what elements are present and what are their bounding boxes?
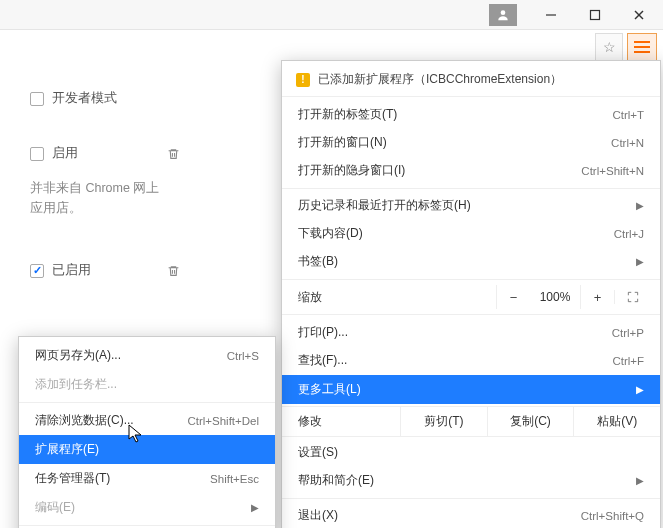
dev-mode-checkbox[interactable] bbox=[30, 92, 44, 106]
window-minimize-button[interactable] bbox=[529, 1, 573, 29]
menu-item-shortcut: Ctrl+Shift+Q bbox=[581, 510, 644, 522]
menu-item-shortcut: Ctrl+S bbox=[227, 350, 259, 362]
user-profile-badge[interactable] bbox=[489, 4, 517, 26]
extension-source-note: 并非来自 Chrome 网上应用店。 bbox=[30, 178, 170, 218]
menu-item-label: 书签(B) bbox=[298, 253, 338, 270]
menu-history[interactable]: 历史记录和最近打开的标签页(H) ▶ bbox=[282, 188, 660, 219]
menu-help[interactable]: 帮助和简介(E) ▶ bbox=[282, 467, 660, 494]
menu-edit-row: 修改 剪切(T) 复制(C) 粘贴(V) bbox=[282, 406, 660, 437]
menu-item-shortcut: Ctrl+Shift+N bbox=[581, 165, 644, 177]
fullscreen-button[interactable] bbox=[614, 290, 650, 304]
extensions-page-content: 开发者模式 启用 并非来自 Chrome 网上应用店。 已启用 bbox=[30, 90, 200, 295]
submenu-separator bbox=[19, 402, 275, 403]
star-icon: ☆ bbox=[603, 39, 616, 55]
menu-item-label: 编码(E) bbox=[35, 499, 75, 516]
delete-extension-button-2[interactable] bbox=[167, 264, 180, 278]
svg-point-0 bbox=[501, 10, 506, 15]
menu-item-label: 打开新的窗口(N) bbox=[298, 134, 387, 151]
submenu-task-manager[interactable]: 任务管理器(T) Shift+Esc bbox=[19, 464, 275, 493]
chevron-right-icon: ▶ bbox=[636, 475, 644, 486]
submenu-save-page-as[interactable]: 网页另存为(A)... Ctrl+S bbox=[19, 341, 275, 370]
zoom-out-button[interactable]: − bbox=[496, 285, 530, 309]
menu-item-shortcut: Ctrl+F bbox=[612, 355, 644, 367]
main-menu-dropdown: ! 已添加新扩展程序（ICBCChromeExtension） 打开新的标签页(… bbox=[281, 60, 661, 528]
enable-label: 启用 bbox=[52, 145, 78, 162]
minimize-icon bbox=[545, 9, 557, 21]
menu-item-label: 下载内容(D) bbox=[298, 225, 363, 242]
maximize-icon bbox=[589, 9, 601, 21]
browser-toolbar: ☆ bbox=[0, 30, 663, 64]
menu-item-label: 帮助和简介(E) bbox=[298, 472, 374, 489]
menu-bookmarks[interactable]: 书签(B) ▶ bbox=[282, 248, 660, 275]
trash-icon bbox=[167, 147, 180, 161]
hamburger-icon bbox=[634, 40, 650, 55]
menu-paste[interactable]: 粘贴(V) bbox=[574, 407, 660, 436]
menu-item-label: 打印(P)... bbox=[298, 324, 348, 341]
menu-item-label: 历史记录和最近打开的标签页(H) bbox=[298, 197, 471, 214]
close-icon bbox=[633, 9, 645, 21]
menu-item-label: 退出(X) bbox=[298, 507, 338, 524]
chevron-right-icon: ▶ bbox=[251, 502, 259, 513]
more-tools-submenu: 网页另存为(A)... Ctrl+S 添加到任务栏... 清除浏览数据(C)..… bbox=[18, 336, 276, 528]
menu-item-shortcut: Ctrl+P bbox=[612, 327, 644, 339]
dev-mode-label: 开发者模式 bbox=[52, 90, 117, 107]
window-close-button[interactable] bbox=[617, 1, 661, 29]
menu-item-shortcut: Ctrl+J bbox=[614, 228, 644, 240]
menu-copy[interactable]: 复制(C) bbox=[488, 407, 575, 436]
submenu-extensions[interactable]: 扩展程序(E) bbox=[19, 435, 275, 464]
enabled-label: 已启用 bbox=[52, 262, 91, 279]
menu-settings[interactable]: 设置(S) bbox=[282, 439, 660, 466]
menu-item-label: 设置(S) bbox=[298, 444, 338, 461]
menu-cut[interactable]: 剪切(T) bbox=[401, 407, 488, 436]
menu-item-label: 打开新的标签页(T) bbox=[298, 106, 397, 123]
zoom-in-button[interactable]: + bbox=[580, 285, 614, 309]
fullscreen-icon bbox=[626, 290, 640, 304]
menu-exit[interactable]: 退出(X) Ctrl+Shift+Q bbox=[282, 498, 660, 528]
submenu-clear-browsing-data[interactable]: 清除浏览数据(C)... Ctrl+Shift+Del bbox=[19, 406, 275, 435]
chevron-right-icon: ▶ bbox=[636, 200, 644, 211]
enable-checkbox[interactable] bbox=[30, 147, 44, 161]
zoom-label: 缩放 bbox=[298, 289, 496, 306]
window-maximize-button[interactable] bbox=[573, 1, 617, 29]
warning-icon: ! bbox=[296, 73, 310, 87]
chevron-right-icon: ▶ bbox=[636, 384, 644, 395]
menu-item-label: 查找(F)... bbox=[298, 352, 347, 369]
edit-label: 修改 bbox=[282, 407, 401, 436]
menu-item-label: 网页另存为(A)... bbox=[35, 347, 121, 364]
window-titlebar bbox=[0, 0, 663, 30]
menu-more-tools[interactable]: 更多工具(L) ▶ bbox=[282, 375, 660, 404]
menu-downloads[interactable]: 下载内容(D) Ctrl+J bbox=[282, 220, 660, 247]
main-menu-button[interactable] bbox=[627, 33, 657, 61]
submenu-add-to-taskbar: 添加到任务栏... bbox=[19, 370, 275, 399]
menu-item-label: 打开新的隐身窗口(I) bbox=[298, 162, 405, 179]
menu-print[interactable]: 打印(P)... Ctrl+P bbox=[282, 319, 660, 346]
menu-incognito[interactable]: 打开新的隐身窗口(I) Ctrl+Shift+N bbox=[282, 157, 660, 184]
menu-item-label: 添加到任务栏... bbox=[35, 376, 117, 393]
menu-new-window[interactable]: 打开新的窗口(N) Ctrl+N bbox=[282, 129, 660, 156]
menu-item-shortcut: Ctrl+N bbox=[611, 137, 644, 149]
trash-icon bbox=[167, 264, 180, 278]
bookmark-star-button[interactable]: ☆ bbox=[595, 33, 623, 61]
menu-item-label: 任务管理器(T) bbox=[35, 470, 110, 487]
notice-text: 已添加新扩展程序（ICBCChromeExtension） bbox=[318, 71, 562, 88]
menu-item-shortcut: Ctrl+T bbox=[612, 109, 644, 121]
enabled-checkbox[interactable] bbox=[30, 264, 44, 278]
zoom-value: 100% bbox=[530, 290, 580, 304]
menu-item-label: 清除浏览数据(C)... bbox=[35, 412, 134, 429]
menu-item-shortcut: Ctrl+Shift+Del bbox=[187, 415, 259, 427]
menu-zoom-row: 缩放 − 100% + bbox=[282, 279, 660, 315]
submenu-encoding[interactable]: 编码(E) ▶ bbox=[19, 493, 275, 522]
delete-extension-button[interactable] bbox=[167, 147, 180, 161]
menu-item-label: 扩展程序(E) bbox=[35, 441, 99, 458]
svg-rect-2 bbox=[591, 10, 600, 19]
menu-item-shortcut: Shift+Esc bbox=[210, 473, 259, 485]
extension-added-notice[interactable]: ! 已添加新扩展程序（ICBCChromeExtension） bbox=[282, 65, 660, 97]
menu-item-label: 更多工具(L) bbox=[298, 381, 361, 398]
chevron-right-icon: ▶ bbox=[636, 256, 644, 267]
person-icon bbox=[496, 8, 510, 22]
menu-find[interactable]: 查找(F)... Ctrl+F bbox=[282, 347, 660, 374]
menu-new-tab[interactable]: 打开新的标签页(T) Ctrl+T bbox=[282, 101, 660, 128]
submenu-separator bbox=[19, 525, 275, 526]
